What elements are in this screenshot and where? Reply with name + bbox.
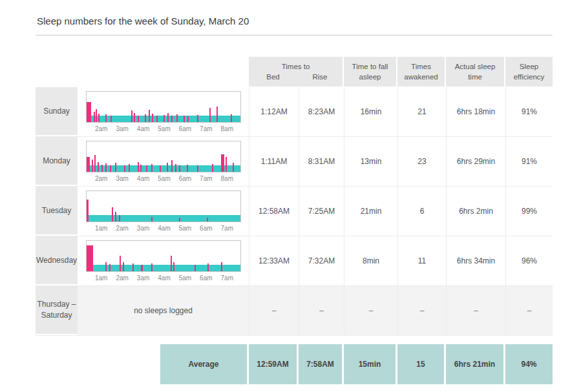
day-label: Monday bbox=[36, 137, 78, 186]
header-times-awakened: Times awakened bbox=[397, 57, 446, 87]
table-row-tuesday: Tuesday 1am2am3am4am5am6am7am 12:58AM 7:… bbox=[36, 187, 553, 236]
actual-sleep-time: 6hrs 34min bbox=[446, 236, 505, 285]
axis-tick: 8am bbox=[221, 175, 233, 182]
rise-time: 8:23AM bbox=[299, 87, 344, 136]
sleep-graph: 2am3am4am5am6am7am8am bbox=[78, 137, 249, 186]
sleep-report-page: Sleep numbers for the week of Sunday, Ma… bbox=[36, 12, 553, 384]
awake-spike bbox=[129, 164, 130, 172]
average-rise-time: 7:58AM bbox=[299, 344, 344, 384]
rise-time: 7:25AM bbox=[299, 187, 344, 236]
awake-spike bbox=[171, 116, 173, 122]
rise-time: 8:31AM bbox=[299, 137, 344, 186]
awake-spike bbox=[167, 163, 168, 172]
awake-spike bbox=[101, 165, 103, 172]
sleep-graph-axis: 1am2am3am4am5am6am7am bbox=[86, 222, 241, 232]
header-sleep-efficiency: Sleep efficiency bbox=[505, 57, 553, 87]
header-line: efficiency bbox=[505, 72, 553, 82]
axis-tick: 2am bbox=[95, 175, 107, 182]
times-awakened: 23 bbox=[397, 137, 446, 186]
awake-spike bbox=[119, 215, 120, 222]
axis-tick: 4am bbox=[137, 175, 149, 182]
times-awakened: – bbox=[397, 286, 446, 335]
awake-spike bbox=[176, 114, 178, 122]
header-line: Time to fall bbox=[344, 61, 396, 72]
sleep-efficiency: 91% bbox=[505, 87, 553, 136]
awake-spike bbox=[140, 165, 142, 172]
actual-sleep-time: 6hrs 18min bbox=[446, 87, 505, 136]
awake-spike bbox=[151, 217, 153, 222]
sleep-efficiency: 96% bbox=[505, 236, 553, 285]
average-times-awakened: 15 bbox=[397, 344, 446, 384]
awake-spike bbox=[212, 164, 213, 172]
times-awakened: 11 bbox=[397, 236, 446, 285]
axis-tick: 5am bbox=[179, 225, 191, 232]
table-header: Times to Bed Rise Time to fall asleep Ti… bbox=[36, 57, 553, 87]
header-line: Actual sleep bbox=[446, 61, 504, 72]
header-line: awakened bbox=[397, 72, 445, 82]
header-line: asleep bbox=[344, 72, 396, 82]
awake-spike bbox=[179, 218, 180, 222]
day-label-line: Thursday – bbox=[37, 299, 76, 310]
awake-spike bbox=[231, 114, 232, 122]
awake-spike bbox=[151, 263, 153, 271]
awake-spike bbox=[138, 116, 139, 122]
awake-spike bbox=[98, 162, 99, 172]
header-bed: Bed bbox=[249, 72, 297, 82]
sleep-graph-plot bbox=[86, 191, 241, 222]
table-row-thursday-saturday: Thursday – Saturday no sleeps logged – –… bbox=[36, 286, 553, 336]
bed-time: 1:12AM bbox=[249, 87, 299, 136]
axis-tick: 2am bbox=[116, 274, 128, 282]
awake-spike bbox=[221, 154, 224, 172]
awake-spike bbox=[105, 262, 107, 271]
awake-spike bbox=[197, 165, 198, 172]
bed-time: – bbox=[249, 286, 299, 335]
axis-tick: 4am bbox=[158, 225, 170, 232]
awake-spike bbox=[111, 116, 112, 122]
awake-spike bbox=[217, 107, 218, 122]
awake-spike bbox=[195, 265, 196, 271]
sleep-efficiency: 91% bbox=[505, 137, 553, 186]
day-label-line: Saturday bbox=[41, 310, 72, 321]
actual-sleep-time: – bbox=[446, 286, 505, 335]
awake-spike bbox=[138, 162, 139, 172]
bed-time: 12:58AM bbox=[249, 187, 299, 236]
awake-spike bbox=[175, 164, 176, 172]
awake-spike bbox=[146, 165, 147, 172]
axis-tick: 3am bbox=[137, 274, 149, 282]
table-row-wednesday: Wednesday 1am2am3am4am5am6am7am 12:33AM … bbox=[36, 236, 553, 286]
sleep-graph-axis: 1am2am3am4am5am6am7am bbox=[86, 272, 241, 282]
awake-spike bbox=[134, 113, 135, 122]
awake-spike bbox=[207, 218, 208, 222]
awake-spike bbox=[184, 116, 185, 122]
awake-spike bbox=[115, 212, 116, 222]
awake-spike bbox=[105, 163, 107, 172]
axis-tick: 2am bbox=[95, 125, 107, 132]
axis-tick: 7am bbox=[221, 225, 233, 232]
average-bed-time: 12:59AM bbox=[249, 344, 299, 384]
header-rise: Rise bbox=[297, 72, 343, 82]
sleep-graph-axis: 2am3am4am5am6am7am8am bbox=[86, 123, 241, 132]
axis-tick: 6am bbox=[179, 175, 191, 182]
sleep-graph-plot bbox=[86, 240, 241, 272]
title-divider bbox=[36, 35, 553, 36]
times-awakened: 6 bbox=[397, 187, 446, 236]
awake-spike bbox=[87, 200, 89, 222]
awake-spike bbox=[98, 114, 100, 122]
sleep-graph: 2am3am4am5am6am7am8am bbox=[78, 87, 249, 136]
axis-tick: 1am bbox=[95, 274, 107, 282]
awake-spike bbox=[179, 165, 180, 172]
awake-spike bbox=[226, 157, 227, 172]
awake-spike bbox=[94, 155, 96, 172]
awake-spike bbox=[115, 163, 116, 172]
awake-spike bbox=[197, 115, 198, 122]
axis-tick: 5am bbox=[179, 274, 191, 282]
awake-spike bbox=[173, 262, 174, 271]
awake-spike bbox=[160, 165, 161, 172]
axis-tick: 6am bbox=[200, 225, 212, 232]
sleep-graph: 1am2am3am4am5am6am7am bbox=[78, 236, 249, 285]
awake-spike bbox=[171, 160, 173, 172]
axis-tick: 3am bbox=[116, 175, 128, 182]
bed-time: 12:33AM bbox=[249, 236, 299, 285]
awake-spike bbox=[112, 207, 113, 222]
awake-spike bbox=[120, 256, 121, 271]
